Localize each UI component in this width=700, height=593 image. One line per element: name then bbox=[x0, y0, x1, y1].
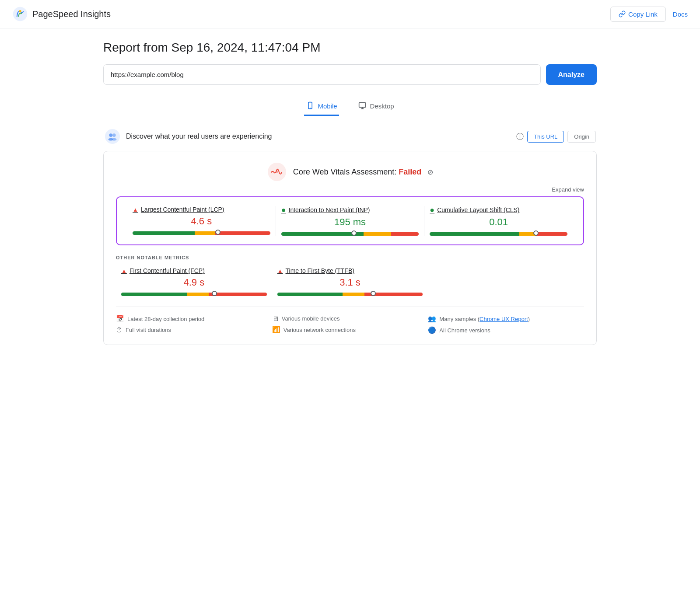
metric-label[interactable]: ● Interaction to Next Paint (INP) bbox=[281, 206, 419, 214]
real-users-right: ⓘ This URL Origin bbox=[516, 131, 596, 143]
report-title: Report from Sep 16, 2024, 11:47:04 PM bbox=[103, 41, 597, 55]
device-tabs: Mobile Desktop bbox=[103, 97, 597, 116]
pb-red bbox=[215, 231, 270, 235]
results-card: Core Web Vitals Assessment: Failed ⊘ Exp… bbox=[103, 151, 597, 345]
svg-point-11 bbox=[276, 171, 278, 173]
pb-green bbox=[277, 293, 343, 296]
tab-mobile[interactable]: Mobile bbox=[304, 97, 339, 116]
footer-info: 📅 Latest 28-day collection period ⏱ Full… bbox=[116, 307, 584, 334]
metric-label[interactable]: ● Cumulative Layout Shift (CLS) bbox=[430, 206, 567, 214]
dot-icon: ● bbox=[281, 206, 286, 214]
progress-bar bbox=[277, 293, 423, 296]
footer-col-2: 🖥 Various mobile devices 📶 Various netwo… bbox=[272, 315, 428, 334]
real-users-left: Discover what your real users are experi… bbox=[104, 128, 272, 145]
metric-value: 3.1 s bbox=[277, 277, 423, 288]
this-url-button[interactable]: This URL bbox=[527, 131, 564, 143]
metric-col: ● Cumulative Layout Shift (CLS) 0.01 bbox=[424, 206, 573, 236]
logo-text: PageSpeed Insights bbox=[32, 9, 111, 19]
cwv-header: Core Web Vitals Assessment: Failed ⊘ bbox=[116, 162, 584, 182]
people-icon: 👥 bbox=[428, 315, 436, 323]
users-icon bbox=[104, 128, 121, 145]
docs-link[interactable]: Docs bbox=[673, 10, 688, 18]
metric-col: ▲ First Contentful Paint (FCP) 4.9 s bbox=[116, 267, 272, 296]
pb-marker bbox=[533, 230, 539, 236]
footer-col-3: 👥 Many samples (Chrome UX Report) 🔵 All … bbox=[428, 315, 584, 334]
metric-col: ▲ Largest Contentful Paint (LCP) 4.6 s bbox=[127, 206, 276, 236]
pb-marker bbox=[215, 230, 220, 235]
triangle-icon: ▲ bbox=[133, 206, 138, 213]
footer-item-visit: ⏱ Full visit durations bbox=[116, 326, 272, 334]
logo-area: PageSpeed Insights bbox=[12, 6, 111, 22]
progress-bar bbox=[121, 293, 267, 296]
metric-col: ▲ Time to First Byte (TTFB) 3.1 s bbox=[272, 267, 428, 296]
pb-green bbox=[121, 293, 187, 296]
url-input[interactable] bbox=[103, 64, 541, 85]
triangle-icon: ▲ bbox=[121, 268, 127, 274]
metric-col: ● Interaction to Next Paint (INP) 195 ms bbox=[276, 206, 425, 236]
metric-value: 0.01 bbox=[430, 216, 567, 228]
footer-item-collection: 📅 Latest 28-day collection period bbox=[116, 315, 272, 323]
metric-label[interactable]: ▲ First Contentful Paint (FCP) bbox=[121, 267, 267, 274]
svg-rect-4 bbox=[359, 103, 365, 108]
metric-label[interactable]: ▲ Time to First Byte (TTFB) bbox=[277, 267, 423, 274]
calendar-icon: 📅 bbox=[116, 315, 124, 323]
pb-red bbox=[536, 232, 567, 236]
pb-green bbox=[133, 231, 195, 235]
header-actions: Copy Link Docs bbox=[610, 7, 688, 22]
svg-point-5 bbox=[105, 129, 120, 144]
footer-item-chrome: 🔵 All Chrome versions bbox=[428, 326, 584, 334]
pb-red bbox=[391, 232, 419, 236]
analyze-button[interactable]: Analyze bbox=[546, 64, 597, 85]
svg-point-9 bbox=[112, 138, 116, 141]
dot-icon: ● bbox=[430, 206, 434, 214]
pb-marker bbox=[212, 291, 217, 296]
page-header: PageSpeed Insights Copy Link Docs bbox=[0, 0, 700, 28]
origin-button[interactable]: Origin bbox=[567, 131, 596, 143]
metric-value: 4.6 s bbox=[133, 216, 270, 227]
timer-icon: ⏱ bbox=[116, 326, 122, 334]
pb-yellow bbox=[343, 293, 364, 296]
metric-value: 4.9 s bbox=[121, 277, 267, 288]
cwv-help-icon[interactable]: ⊘ bbox=[427, 168, 433, 176]
pb-marker bbox=[351, 230, 357, 236]
pb-yellow bbox=[187, 293, 209, 296]
svg-point-7 bbox=[112, 133, 116, 137]
pagespeed-logo-icon bbox=[12, 6, 28, 22]
progress-bar bbox=[430, 232, 567, 236]
copy-link-button[interactable]: Copy Link bbox=[610, 7, 666, 22]
pb-yellow bbox=[364, 232, 391, 236]
devices-icon: 🖥 bbox=[272, 315, 279, 322]
other-metrics-label: OTHER NOTABLE METRICS bbox=[116, 255, 584, 260]
footer-item-devices: 🖥 Various mobile devices bbox=[272, 315, 428, 322]
info-icon[interactable]: ⓘ bbox=[516, 132, 524, 142]
chrome-ux-link[interactable]: Chrome UX Report bbox=[480, 316, 528, 322]
link-icon bbox=[619, 10, 626, 17]
progress-bar bbox=[133, 231, 270, 235]
pb-red bbox=[209, 293, 267, 296]
pb-yellow bbox=[195, 231, 215, 235]
core-metrics-box: ▲ Largest Contentful Paint (LCP) 4.6 s ●… bbox=[116, 196, 584, 245]
url-bar: Analyze bbox=[103, 64, 597, 85]
real-users-text: Discover what your real users are experi… bbox=[126, 133, 272, 140]
expand-view[interactable]: Expand view bbox=[116, 186, 584, 193]
desktop-icon bbox=[358, 101, 367, 110]
progress-bar bbox=[281, 232, 419, 236]
triangle-icon: ▲ bbox=[277, 268, 283, 274]
tab-desktop[interactable]: Desktop bbox=[357, 97, 396, 116]
footer-col-1: 📅 Latest 28-day collection period ⏱ Full… bbox=[116, 315, 272, 334]
metric-value: 195 ms bbox=[281, 216, 419, 228]
main-content: Report from Sep 16, 2024, 11:47:04 PM An… bbox=[88, 28, 612, 357]
pb-green bbox=[430, 232, 519, 236]
metric-label[interactable]: ▲ Largest Contentful Paint (LCP) bbox=[133, 206, 270, 213]
svg-point-1 bbox=[19, 10, 21, 12]
pb-marker bbox=[371, 291, 376, 296]
footer-item-samples: 👥 Many samples (Chrome UX Report) bbox=[428, 315, 584, 323]
svg-point-6 bbox=[109, 133, 112, 137]
real-users-banner: Discover what your real users are experi… bbox=[103, 128, 597, 145]
svg-point-3 bbox=[310, 108, 311, 108]
mobile-icon bbox=[306, 101, 315, 110]
footer-item-network: 📶 Various network connections bbox=[272, 326, 428, 334]
cwv-title: Core Web Vitals Assessment: Failed bbox=[293, 167, 421, 177]
cwv-icon bbox=[267, 162, 287, 182]
wifi-icon: 📶 bbox=[272, 326, 280, 334]
